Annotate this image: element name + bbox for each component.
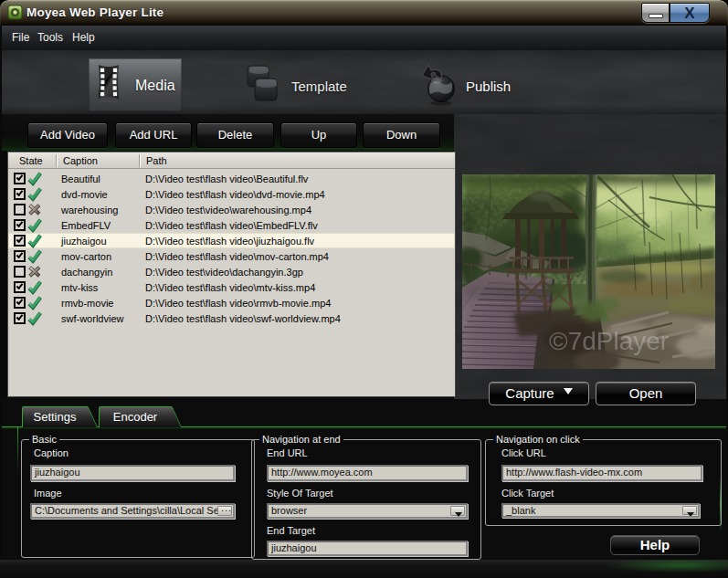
svg-text:©7dPlayer: ©7dPlayer — [549, 327, 669, 355]
